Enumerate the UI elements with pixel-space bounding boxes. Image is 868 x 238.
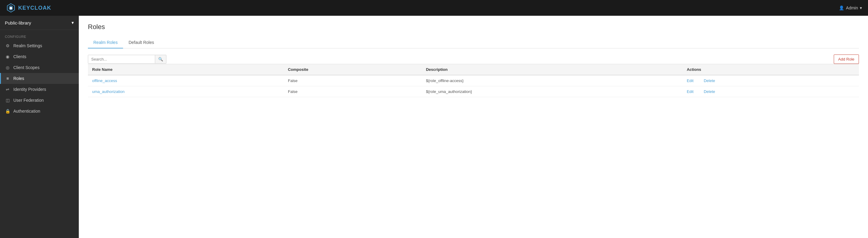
sidebar-item-realm-settings[interactable]: ⚙ Realm Settings xyxy=(0,40,79,51)
sidebar-item-label: Identity Providers xyxy=(13,87,46,92)
edit-action[interactable]: Edit xyxy=(687,89,693,94)
sidebar-item-roles[interactable]: ≡ Roles xyxy=(0,73,79,84)
col-header-actions: Actions xyxy=(683,64,859,75)
delete-action[interactable]: Delete xyxy=(704,78,715,83)
sidebar-item-label: User Federation xyxy=(13,98,44,103)
sidebar-item-clients[interactable]: ◉ Clients xyxy=(0,51,79,62)
col-header-role-name: Role Name xyxy=(88,64,284,75)
col-header-description: Description xyxy=(422,64,682,75)
table-header-row: Role Name Composite Description Actions xyxy=(88,64,859,75)
search-button[interactable]: 🔍 xyxy=(155,55,166,63)
clients-icon: ◉ xyxy=(5,54,10,59)
tab-realm-roles[interactable]: Realm Roles xyxy=(88,37,123,48)
sidebar-item-identity-providers[interactable]: ⇌ Identity Providers xyxy=(0,84,79,95)
role-name-link[interactable]: uma_authorization xyxy=(92,89,125,94)
sidebar-item-label: Clients xyxy=(13,54,26,59)
sidebar-item-label: Realm Settings xyxy=(13,43,42,48)
navbar: KEYCLOAK 👤 Admin ▾ xyxy=(0,0,868,16)
edit-action[interactable]: Edit xyxy=(687,78,693,83)
sidebar-item-label: Authentication xyxy=(13,109,40,113)
sidebar-item-label: Roles xyxy=(13,76,24,81)
keycloak-logo-icon xyxy=(6,3,16,13)
cell-actions: Edit Delete xyxy=(683,86,859,97)
role-name-link[interactable]: offline_access xyxy=(92,78,117,83)
cell-description: ${role_uma_authorization} xyxy=(422,86,682,97)
cell-actions: Edit Delete xyxy=(683,75,859,86)
identity-providers-icon: ⇌ xyxy=(5,87,10,92)
cell-role-name: uma_authorization xyxy=(88,86,284,97)
logo-text: KEYCLOAK xyxy=(18,5,51,11)
search-wrapper: 🔍 xyxy=(88,55,166,64)
logo: KEYCLOAK xyxy=(6,3,51,13)
cell-description: ${role_offline-access} xyxy=(422,75,682,86)
roles-table: Role Name Composite Description Actions … xyxy=(88,64,859,97)
user-icon: 👤 xyxy=(839,5,844,10)
sidebar-item-user-federation[interactable]: ◫ User Federation xyxy=(0,95,79,106)
main-content: Roles Realm Roles Default Roles 🔍 Add Ro… xyxy=(79,16,868,238)
realm-settings-icon: ⚙ xyxy=(5,43,10,48)
cell-composite: False xyxy=(284,75,422,86)
sidebar-item-authentication[interactable]: 🔒 Authentication xyxy=(0,106,79,116)
page-title: Roles xyxy=(88,23,859,31)
client-scopes-icon: ◎ xyxy=(5,65,10,70)
col-header-composite: Composite xyxy=(284,64,422,75)
user-chevron-icon: ▾ xyxy=(860,5,862,10)
table-row: uma_authorization False ${role_uma_autho… xyxy=(88,86,859,97)
configure-label: Configure xyxy=(0,30,79,40)
realm-selector[interactable]: Public-library ▾ xyxy=(0,16,79,30)
user-name: Admin xyxy=(846,5,858,10)
sidebar-item-label: Client Scopes xyxy=(13,65,39,70)
realm-name: Public-library xyxy=(5,20,31,26)
cell-composite: False xyxy=(284,86,422,97)
sidebar-item-client-scopes[interactable]: ◎ Client Scopes xyxy=(0,62,79,73)
authentication-icon: 🔒 xyxy=(5,109,10,113)
realm-chevron-icon: ▾ xyxy=(71,20,74,26)
search-input[interactable] xyxy=(88,55,155,63)
tab-default-roles[interactable]: Default Roles xyxy=(123,37,159,48)
sidebar: Public-library ▾ Configure ⚙ Realm Setti… xyxy=(0,16,79,238)
toolbar: 🔍 Add Role xyxy=(88,55,859,64)
user-federation-icon: ◫ xyxy=(5,98,10,103)
table-row: offline_access False ${role_offline-acce… xyxy=(88,75,859,86)
search-icon: 🔍 xyxy=(158,57,163,62)
tabs: Realm Roles Default Roles xyxy=(88,37,859,48)
add-role-button[interactable]: Add Role xyxy=(834,55,859,64)
delete-action[interactable]: Delete xyxy=(704,89,715,94)
user-menu[interactable]: 👤 Admin ▾ xyxy=(839,5,862,10)
layout: Public-library ▾ Configure ⚙ Realm Setti… xyxy=(0,16,868,238)
roles-icon: ≡ xyxy=(5,76,10,81)
cell-role-name: offline_access xyxy=(88,75,284,86)
